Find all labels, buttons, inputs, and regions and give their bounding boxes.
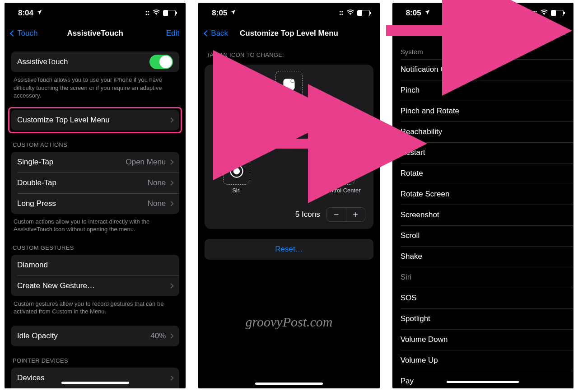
siri-icon-slot[interactable]: Siri (216, 158, 257, 200)
control-center-icon-slot[interactable]: Control Center (321, 158, 362, 200)
icon-count-stepper: 5 Icons − + (210, 205, 368, 224)
create-new-gesture-row[interactable]: Create New Gesture… (11, 275, 179, 296)
assistivetouch-toggle-group: AssistiveTouch (11, 51, 179, 72)
list-item-restart[interactable]: Restart (392, 142, 573, 163)
icon-label: Custom (226, 144, 247, 157)
chevron-right-icon (169, 283, 174, 288)
svg-point-4 (291, 79, 294, 82)
chevron-right-icon (169, 201, 174, 206)
wifi-icon (152, 9, 160, 18)
nav-bar: Touch AssistiveTouch Edit (5, 23, 186, 43)
svg-point-7 (233, 168, 239, 174)
home-indicator (61, 382, 129, 384)
system-section-header: System (392, 42, 573, 59)
list-item[interactable]: Reachability (392, 121, 573, 142)
back-label: Back (211, 29, 228, 38)
device-icon-slot[interactable]: Device (321, 114, 362, 157)
svg-point-0 (156, 14, 157, 15)
reset-label: Reset… (275, 245, 303, 254)
icon-label: Device (333, 144, 351, 157)
icon-grid-panel: Notification Center Custom Device Sir (205, 65, 373, 229)
row-label: Long Press (17, 199, 56, 208)
stepper-plus[interactable]: + (346, 208, 365, 221)
custom-gestures-group: Diamond Create New Gesture… (11, 255, 179, 296)
list-item[interactable]: Notification Center (392, 59, 573, 80)
chevron-left-icon (10, 30, 16, 37)
list-item[interactable]: Rotate Screen (392, 184, 573, 205)
reset-group: Reset… (205, 239, 373, 260)
toggle-description: AssistiveTouch allows you to use your iP… (11, 72, 179, 100)
dual-sim-icon: ▪▪▪▪ (340, 10, 344, 16)
status-time: 8:05 (212, 9, 227, 18)
list-item-siri-disabled[interactable]: Siri (392, 267, 573, 288)
idle-opacity-group: Idle Opacity 40% (11, 326, 179, 346)
long-press-row[interactable]: Long Press None (11, 193, 179, 214)
back-button[interactable]: Touch (11, 29, 37, 38)
chevron-right-icon (169, 117, 174, 122)
notif-center-icon-slot[interactable]: Notification Center (268, 71, 310, 113)
icon-count-label: 5 Icons (295, 210, 320, 219)
done-button[interactable]: Done (547, 28, 566, 37)
list-item[interactable]: Rotate (392, 163, 573, 184)
list-item[interactable]: Spotlight (392, 308, 573, 329)
list-item[interactable]: Pinch (392, 80, 573, 101)
list-item[interactable]: Screenshot (392, 205, 573, 225)
chevron-left-icon (204, 30, 210, 37)
row-label: Devices (17, 373, 44, 383)
reset-button[interactable]: Reset… (205, 239, 373, 260)
icon-label: Siri (232, 187, 241, 200)
screenshot-3: 8:05 ▪▪▪▪ Done System Notification Cente… (392, 3, 573, 388)
custom-icon-slot[interactable]: Custom (216, 114, 257, 157)
row-value: None (148, 178, 166, 187)
list-item[interactable]: Pinch and Rotate (392, 101, 573, 121)
row-label: Idle Opacity (17, 331, 58, 341)
customize-group: Customize Top Level Menu (11, 110, 179, 131)
double-tap-row[interactable]: Double-Tap None (11, 173, 179, 193)
status-time: 8:04 (18, 9, 33, 18)
back-button[interactable]: Back (205, 29, 228, 38)
location-icon (424, 9, 430, 18)
list-item[interactable]: SOS (392, 288, 573, 308)
status-time: 8:05 (406, 9, 421, 18)
list-item[interactable]: Shake (392, 246, 573, 267)
list-item-apple-pay[interactable]: Pay (392, 371, 573, 388)
row-label: Single-Tap (17, 158, 53, 167)
chevron-right-icon (169, 159, 174, 164)
wifi-icon (540, 9, 548, 18)
edit-button[interactable]: Edit (166, 29, 179, 38)
back-label: Touch (17, 29, 37, 38)
devices-row[interactable]: Devices (11, 368, 179, 388)
chevron-right-icon (169, 180, 174, 185)
screenshot-1: 8:04 ▪▪▪▪ Touch AssistiveTouch Edit (5, 3, 186, 388)
row-value: Open Menu (126, 158, 166, 167)
single-tap-row[interactable]: Single-Tap Open Menu (11, 152, 179, 173)
three-screenshot-composite: 8:04 ▪▪▪▪ Touch AssistiveTouch Edit (0, 0, 578, 392)
status-bar: 8:04 ▪▪▪▪ (5, 3, 186, 23)
row-label: Create New Gesture… (17, 281, 95, 290)
nav-bar: Back Customize Top Level Menu (198, 23, 379, 43)
svg-point-9 (338, 168, 341, 170)
list-item[interactable]: Volume Down (392, 329, 573, 350)
screenshot-2: 8:05 ▪▪▪▪ Back Customize Top Level Menu … (198, 3, 379, 388)
custom-actions-desc: Custom actions allow you to interact dir… (11, 214, 179, 233)
list-item[interactable]: Volume Up (392, 350, 573, 371)
svg-rect-5 (338, 121, 345, 135)
row-label: Diamond (17, 261, 48, 270)
location-icon (36, 9, 42, 18)
row-label: Double-Tap (17, 178, 56, 187)
idle-opacity-row[interactable]: Idle Opacity 40% (11, 326, 179, 346)
list-item[interactable]: Scroll (392, 225, 573, 246)
row-value: None (148, 199, 166, 208)
location-icon (230, 9, 236, 18)
stepper-minus[interactable]: − (327, 208, 346, 221)
chevron-right-icon (169, 375, 174, 380)
dual-sim-icon: ▪▪▪▪ (533, 10, 537, 16)
row-label: Pay (401, 377, 414, 385)
assistivetouch-toggle-row[interactable]: AssistiveTouch (11, 51, 179, 72)
home-indicator (447, 381, 519, 383)
toggle-switch-on[interactable] (149, 55, 173, 69)
toggle-label: AssistiveTouch (17, 57, 68, 66)
diamond-row[interactable]: Diamond (11, 255, 179, 275)
icon-label: Notification Center (268, 101, 310, 113)
customize-top-level-menu-row[interactable]: Customize Top Level Menu (11, 110, 179, 131)
